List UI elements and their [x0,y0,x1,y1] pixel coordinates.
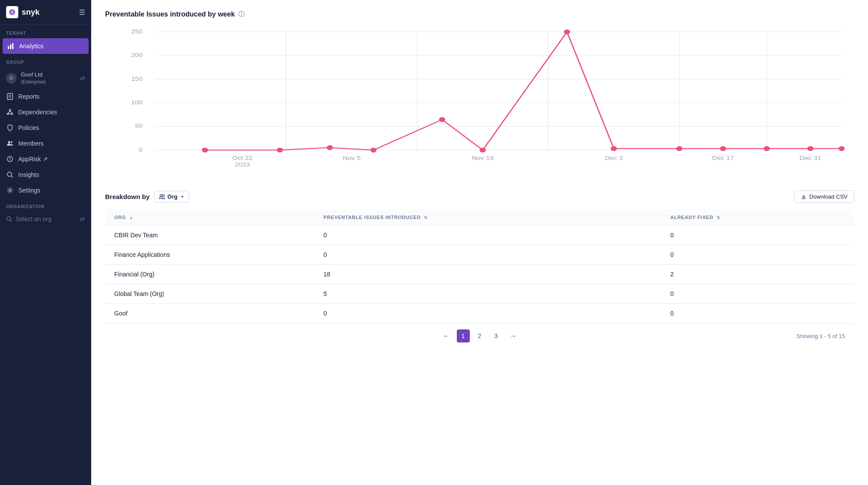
cell-org: Financial (Org) [106,265,315,284]
col-org[interactable]: ORG ▲ [106,209,315,226]
svg-text:Nov 5: Nov 5 [343,155,360,161]
apprisk-icon [6,155,14,163]
sidebar-item-members[interactable]: Members [0,136,91,151]
main-content: Preventable Issues introduced by week ⓘ … [91,0,868,485]
svg-text:250: 250 [131,28,142,34]
sidebar-item-apprisk[interactable]: AppRisk ↗ [0,151,91,167]
policies-label: Policies [18,124,39,131]
svg-text:100: 100 [131,100,142,106]
analytics-label: Analytics [19,43,43,50]
sidebar-item-reports[interactable]: Reports [0,89,91,104]
svg-rect-2 [12,43,13,49]
page-3-button[interactable]: 3 [490,329,503,342]
svg-text:Dec 31: Dec 31 [799,155,821,161]
group-avatar: G [6,73,17,83]
chart-info-icon[interactable]: ⓘ [238,10,244,18]
cell-org: Goof [106,304,315,323]
svg-text:Dec 3: Dec 3 [605,155,623,161]
pagination-row: ← 1 2 3 → Showing 1 - 5 of 15 [106,323,854,349]
svg-rect-1 [10,44,11,49]
table-row: CBIR Dev Team 0 0 [106,226,854,245]
next-page-button[interactable]: → [506,330,520,342]
sidebar-item-settings[interactable]: Settings [0,183,91,198]
org-search[interactable]: Select an org ⇄ [0,212,91,226]
table-row: Finance Applications 0 0 [106,245,854,265]
svg-point-53 [676,146,682,151]
cell-fixed: 0 [662,304,854,323]
menu-icon[interactable]: ☰ [79,8,85,17]
breakdown-table: ORG ▲ PREVENTABLE ISSUES INTRODUCED ⇅ AL… [105,209,854,349]
svg-point-52 [611,146,617,151]
svg-point-8 [7,113,9,115]
members-icon [6,140,14,147]
svg-point-55 [764,146,770,151]
policies-icon [6,124,14,132]
table-row: Goof 0 0 [106,304,854,323]
table-row: Financial (Org) 18 2 [106,265,854,284]
sidebar-item-policies[interactable]: Policies [0,120,91,136]
chart-container: 0 50 100 150 200 250 Oct 22 2023 Nov 5 N… [105,27,854,175]
showing-text: Showing 1 - 5 of 15 [796,333,845,339]
org-search-left: Select an org [6,216,52,223]
prev-page-button[interactable]: ← [439,330,453,342]
settings-label: Settings [18,187,40,194]
pagination-row-container: ← 1 2 3 → Showing 1 - 5 of 15 [106,323,854,349]
svg-line-20 [10,220,12,222]
insights-label: Insights [18,171,39,178]
svg-text:150: 150 [131,76,142,82]
org-placeholder: Select an org [16,216,52,223]
sidebar-item-insights[interactable]: Insights [0,167,91,183]
dependencies-label: Dependencies [18,109,57,116]
chart-title-row: Preventable Issues introduced by week ⓘ [105,10,854,18]
svg-point-54 [720,146,726,151]
org-dropdown[interactable]: Org [154,191,189,203]
breakdown-left: Breakdown by Org [105,191,189,203]
org-label: ORGANIZATION [0,198,91,212]
insights-icon [6,171,14,179]
group-switch-icon[interactable]: ⇄ [80,75,85,82]
group-item[interactable]: G Goof Ltd (Enterprise) ⇄ [0,67,91,89]
svg-text:200: 200 [131,52,142,58]
sidebar-item-analytics[interactable]: Analytics [3,38,89,54]
svg-point-7 [10,110,11,111]
logo-icon [6,6,18,18]
svg-point-47 [327,145,333,150]
svg-text:0: 0 [139,146,142,153]
svg-point-9 [12,113,13,115]
pagination-controls: ← 1 2 3 → [439,329,520,342]
download-csv-button[interactable]: Download CSV [794,190,854,203]
cell-preventable: 18 [315,265,662,284]
svg-point-46 [277,148,283,153]
svg-point-13 [8,141,10,143]
col-fixed[interactable]: ALREADY FIXED ⇅ [662,209,854,226]
settings-icon [6,186,14,194]
svg-line-11 [10,111,12,113]
org-switch-icon[interactable]: ⇄ [80,216,85,223]
page-1-button[interactable]: 1 [457,329,470,342]
svg-line-17 [11,176,13,178]
breakdown-label: Breakdown by [105,193,150,200]
apprisk-label: AppRisk ↗ [18,156,48,163]
col-preventable[interactable]: PREVENTABLE ISSUES INTRODUCED ⇅ [315,209,662,226]
table-row: Global Team (Org) 5 0 [106,284,854,304]
cell-preventable: 0 [315,245,662,265]
svg-point-19 [7,217,11,221]
svg-text:50: 50 [135,123,143,129]
page-2-button[interactable]: 2 [473,329,486,342]
svg-rect-0 [8,46,9,49]
reports-label: Reports [18,93,40,100]
dependencies-icon [6,108,14,116]
sidebar: snyk ☰ TENANT Analytics GROUP G Goof Ltd… [0,0,91,485]
cell-org: CBIR Dev Team [106,226,315,245]
cell-fixed: 0 [662,284,854,304]
sidebar-item-dependencies[interactable]: Dependencies [0,104,91,120]
svg-point-16 [7,172,12,176]
svg-point-18 [9,189,11,192]
logo-text: snyk [22,8,40,17]
svg-point-57 [838,146,845,151]
cell-preventable: 0 [315,304,662,323]
svg-point-50 [480,148,486,153]
svg-point-56 [807,146,813,151]
group-label: GROUP [0,54,91,67]
breakdown-header: Breakdown by Org Download CSV [105,190,854,203]
